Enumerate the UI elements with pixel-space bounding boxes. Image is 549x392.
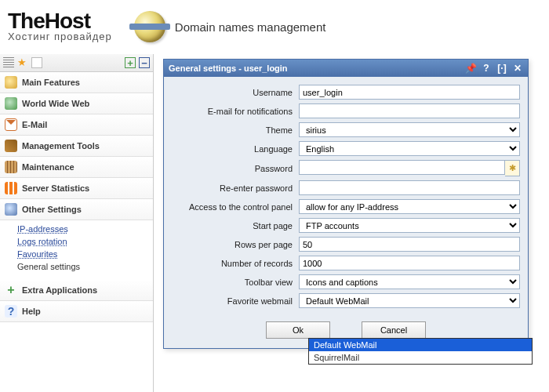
pin-icon[interactable]: 📌 <box>465 63 476 74</box>
sidebar-item-main[interactable]: Main Features <box>0 72 153 93</box>
settings-icon <box>5 203 17 216</box>
label-password2: Re-enter password <box>172 183 299 193</box>
maximize-icon[interactable]: [·] <box>496 63 507 74</box>
sidebar-item-maint[interactable]: Maintenance <box>0 157 153 178</box>
sidebar-link-logs[interactable]: Logs rotation <box>17 235 153 248</box>
password2-field[interactable] <box>299 180 520 195</box>
sidebar-toolbar: ★ + − <box>0 54 153 72</box>
webmail-dropdown[interactable]: Default WebMail SquirrelMail <box>308 338 533 365</box>
brand-name: TheHost <box>8 12 112 31</box>
cancel-button[interactable]: Cancel <box>362 321 426 339</box>
ok-button[interactable]: Ok <box>266 321 330 339</box>
webmail-select[interactable]: Default WebMail <box>299 293 520 308</box>
main-icon <box>5 76 17 89</box>
settings-dialog: General settings - user_login 📌 ? [·] ✕ … <box>163 59 529 349</box>
theme-select[interactable]: sirius <box>299 122 520 137</box>
sidebar-item-label: E-Mail <box>22 120 47 129</box>
label-toolbar: Toolbar view <box>172 278 299 287</box>
sidebar-item-label: Management Tools <box>22 141 100 151</box>
plus-icon: + <box>5 284 17 296</box>
email-field[interactable] <box>299 103 520 118</box>
settings-form: Username E-mail for notifications Themes… <box>164 77 528 315</box>
sidebar-item-help[interactable]: ?Help <box>0 301 153 322</box>
sidebar-item-label: Help <box>22 307 41 316</box>
maint-icon <box>5 161 17 173</box>
dialog-titlebar[interactable]: General settings - user_login 📌 ? [·] ✕ <box>164 60 528 77</box>
label-records: Number of records <box>172 259 299 268</box>
startpage-select[interactable]: FTP accounts <box>299 218 520 233</box>
sidebar-item-label: Other Settings <box>22 205 82 214</box>
sidebar-link-fav[interactable]: Favourites <box>17 248 153 260</box>
dialog-title: General settings - user_login <box>169 64 288 73</box>
dropdown-option[interactable]: SquirrelMail <box>309 351 532 364</box>
star-icon[interactable]: ★ <box>17 57 28 68</box>
sidebar-item-www[interactable]: World Wide Web <box>0 93 153 114</box>
header: TheHost Хостинг провайдер Domain names m… <box>0 0 549 54</box>
sidebar-item-mail[interactable]: E-Mail <box>0 114 153 136</box>
list-icon[interactable] <box>3 57 14 68</box>
password-gen-icon[interactable]: ✱ <box>505 160 520 176</box>
help-icon: ? <box>5 305 17 318</box>
label-theme: Theme <box>172 125 299 135</box>
page-title: Domain names management <box>175 20 326 34</box>
main-area: General settings - user_login 📌 ? [·] ✕ … <box>154 54 549 392</box>
tools-icon <box>5 140 17 152</box>
doc-icon[interactable] <box>31 57 42 68</box>
toolbar-select[interactable]: Icons and captions <box>299 274 520 289</box>
records-field[interactable] <box>299 256 520 270</box>
label-rows: Rows per page <box>172 240 299 249</box>
sidebar-item-extra[interactable]: +Extra Applications <box>0 280 153 301</box>
collapse-all-icon[interactable]: − <box>139 57 150 68</box>
globe-small-icon <box>5 97 17 110</box>
sidebar-item-label: World Wide Web <box>22 99 89 108</box>
password-field[interactable] <box>299 160 505 175</box>
sidebar-other-children: IP-addresses Logs rotation Favourites Ge… <box>0 220 153 278</box>
rows-field[interactable] <box>299 237 520 252</box>
label-email: E-mail for notifications <box>172 107 299 116</box>
sidebar-item-stats[interactable]: Server Statistics <box>0 178 153 199</box>
language-select[interactable]: English <box>299 141 520 156</box>
sidebar-item-other[interactable]: Other Settings <box>0 199 153 220</box>
username-field[interactable] <box>299 85 520 100</box>
sidebar-item-label: Extra Applications <box>22 285 97 295</box>
globe-icon <box>134 11 165 42</box>
label-startpage: Start page <box>172 221 299 230</box>
mail-icon <box>5 118 17 131</box>
dialog-help-icon[interactable]: ? <box>481 63 492 74</box>
sidebar-link-ip[interactable]: IP-addresses <box>17 223 153 235</box>
access-select[interactable]: allow for any IP-address <box>299 199 520 214</box>
dropdown-option-selected[interactable]: Default WebMail <box>309 339 532 351</box>
sidebar-item-label: Main Features <box>22 78 80 87</box>
label-username: Username <box>172 88 299 97</box>
sidebar-item-tools[interactable]: Management Tools <box>0 136 153 157</box>
label-password: Password <box>172 164 299 173</box>
label-language: Language <box>172 144 299 154</box>
label-access: Access to the control panel <box>172 202 299 212</box>
sidebar-link-general[interactable]: General settings <box>17 260 153 273</box>
stats-icon <box>5 182 17 194</box>
logo: TheHost Хостинг провайдер <box>8 12 112 42</box>
sidebar-item-label: Maintenance <box>22 162 75 172</box>
label-webmail: Favorite webmail <box>172 296 299 306</box>
expand-all-icon[interactable]: + <box>125 57 136 68</box>
close-icon[interactable]: ✕ <box>512 63 523 74</box>
sidebar-item-label: Server Statistics <box>22 183 89 193</box>
sidebar: ★ + − Main Features World Wide Web E-Mai… <box>0 54 154 392</box>
brand-tagline: Хостинг провайдер <box>8 31 112 42</box>
